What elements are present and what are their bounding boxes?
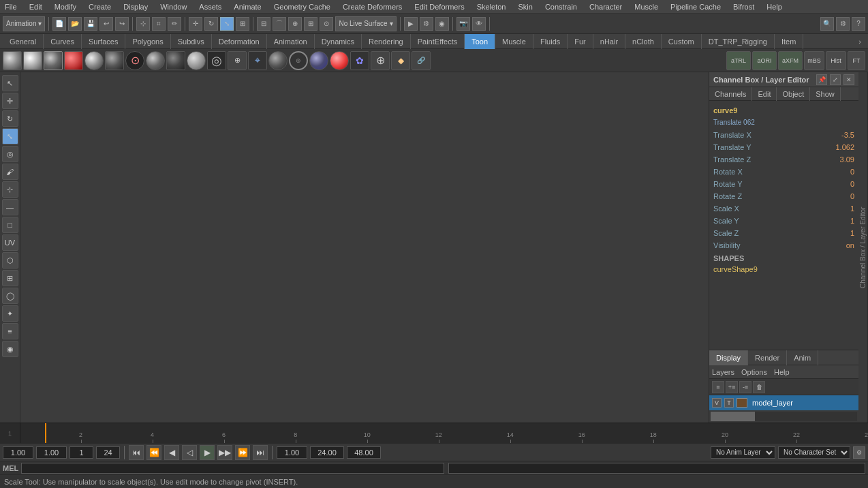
- menu-skin[interactable]: Skin: [516, 3, 534, 11]
- le-remove-icon[interactable]: -≡: [739, 381, 751, 393]
- sculpt-btn[interactable]: ◉: [2, 341, 18, 357]
- cb-close-icon[interactable]: ✕: [843, 74, 854, 85]
- menu-edit-deformers[interactable]: Edit Deformers: [412, 3, 466, 11]
- shelf-sphere3[interactable]: [44, 51, 63, 70]
- menu-create[interactable]: Create: [87, 3, 113, 11]
- transport-range-end[interactable]: [310, 446, 344, 459]
- shelf-icon-11[interactable]: ⊕: [228, 51, 247, 70]
- menu-skeleton[interactable]: Skeleton: [475, 3, 508, 11]
- shelf-hist-icon[interactable]: Hist: [826, 51, 846, 70]
- le-add-selected-icon[interactable]: +≡: [726, 381, 738, 393]
- shelf-icon-diamond[interactable]: ◆: [391, 51, 410, 70]
- menu-edit[interactable]: Edit: [27, 3, 44, 11]
- le-menu-help[interactable]: Help: [774, 368, 790, 376]
- transport-go-end[interactable]: ⏭: [253, 445, 268, 460]
- layer-scrollbar-thumb[interactable]: [711, 412, 755, 421]
- shelf-sphere9[interactable]: [166, 51, 185, 70]
- rotate-tool-btn[interactable]: ↻: [2, 110, 18, 127]
- menu-modify[interactable]: Modify: [52, 3, 78, 11]
- tab-muscle[interactable]: Muscle: [495, 34, 533, 49]
- menu-create-deformers[interactable]: Create Deformers: [341, 3, 404, 11]
- transport-playback-start[interactable]: [36, 446, 67, 459]
- camera-icon[interactable]: 📷: [456, 17, 470, 31]
- shelf-sphere6[interactable]: [105, 51, 124, 70]
- layer-row-model[interactable]: V T model_layer: [709, 395, 858, 410]
- menu-bifrost[interactable]: Bifrost: [731, 3, 756, 11]
- transport-max-end[interactable]: [347, 446, 381, 459]
- show-manip-icon[interactable]: ⊞: [236, 17, 249, 31]
- channel-box-content[interactable]: curve9 Translate 062 Translate X -3.5 Tr…: [709, 101, 858, 350]
- layer-scrollbar[interactable]: [711, 412, 857, 421]
- cb-tab-show[interactable]: Show: [810, 87, 841, 101]
- transport-range-start[interactable]: [277, 446, 307, 459]
- new-scene-icon[interactable]: 📄: [52, 17, 66, 31]
- search-icon[interactable]: 🔍: [820, 17, 834, 31]
- object-btn[interactable]: ◯: [2, 288, 18, 304]
- paint-tool-btn[interactable]: 🖌: [2, 164, 18, 180]
- shelf-sphere-wireframe[interactable]: ⊕: [289, 51, 308, 70]
- transport-frame-end[interactable]: [96, 446, 120, 459]
- no-anim-layer-dropdown[interactable]: No Anim Layer: [711, 446, 775, 459]
- menu-display[interactable]: Display: [121, 3, 150, 11]
- shelf-sphere2[interactable]: [23, 51, 42, 70]
- cb-tab-edit[interactable]: Edit: [752, 87, 777, 101]
- menu-constrain[interactable]: Constrain: [543, 3, 579, 11]
- mel-input[interactable]: [21, 463, 444, 474]
- le-delete-icon[interactable]: 🗑: [753, 381, 765, 393]
- undo-icon[interactable]: ↩: [99, 17, 113, 31]
- vertex-btn[interactable]: ⊹: [2, 181, 18, 198]
- menu-character[interactable]: Character: [587, 3, 624, 11]
- cb-attr-rotate-y[interactable]: Rotate Y 0: [712, 178, 856, 190]
- menu-animate[interactable]: Animate: [232, 3, 263, 11]
- tab-dt-trp[interactable]: DT_TRP_Rigging: [702, 34, 775, 49]
- shelf-sphere1[interactable]: [3, 51, 22, 70]
- cb-tab-channels[interactable]: Channels: [709, 87, 752, 101]
- layer-type-check[interactable]: T: [724, 398, 734, 408]
- le-tab-render[interactable]: Render: [748, 350, 787, 365]
- uv-btn[interactable]: UV: [2, 234, 18, 251]
- tab-deformation[interactable]: Deformation: [212, 34, 267, 49]
- cb-attr-translate-x[interactable]: Translate X -3.5: [712, 129, 856, 141]
- lasso-icon[interactable]: ⌗: [152, 17, 166, 31]
- cb-attr-translate-z[interactable]: Translate Z 3.09: [712, 153, 856, 166]
- move-tool-btn[interactable]: ✛: [2, 93, 18, 109]
- tab-painteffects[interactable]: PaintEffects: [411, 34, 465, 49]
- menu-pipeline-cache[interactable]: Pipeline Cache: [668, 3, 723, 11]
- transport-frame-number[interactable]: [69, 446, 93, 459]
- shelf-ft-icon[interactable]: FT: [848, 51, 865, 70]
- move-icon[interactable]: ✛: [189, 17, 202, 31]
- shelf-sphere4[interactable]: [64, 51, 83, 70]
- shelf-icon-plus[interactable]: ⊕: [371, 51, 390, 70]
- menu-muscle[interactable]: Muscle: [632, 3, 660, 11]
- cb-attr-rotate-z[interactable]: Rotate Z 0: [712, 190, 856, 202]
- transport-settings-icon[interactable]: ⚙: [853, 446, 865, 459]
- no-char-set-dropdown[interactable]: No Character Set: [778, 446, 850, 459]
- ipr-icon[interactable]: ◉: [435, 17, 449, 31]
- shelf-sphere-red[interactable]: [330, 51, 349, 70]
- select-tool-btn[interactable]: ↖: [2, 75, 18, 91]
- transport-play-back[interactable]: ◁: [182, 445, 197, 460]
- tab-surfaces[interactable]: Surfaces: [82, 34, 125, 49]
- shelf-sphere-glass[interactable]: [309, 51, 328, 70]
- le-menu-options[interactable]: Options: [741, 368, 767, 376]
- layer-btn[interactable]: ≡: [2, 323, 18, 339]
- settings-icon[interactable]: ⚙: [836, 17, 850, 31]
- tab-item[interactable]: Item: [775, 34, 803, 49]
- shelf-mbs-icon[interactable]: mBS: [804, 51, 824, 70]
- tab-nhair[interactable]: nHair: [593, 34, 625, 49]
- snap-curve-icon[interactable]: ⌒: [273, 17, 286, 31]
- shelf-sphere7[interactable]: ⊙: [125, 51, 144, 70]
- save-scene-icon[interactable]: 💾: [84, 17, 97, 31]
- le-tab-display[interactable]: Display: [709, 350, 748, 365]
- cb-expand-icon[interactable]: ⤢: [830, 74, 841, 85]
- scale-icon[interactable]: ⤡: [220, 17, 234, 31]
- paint-select-icon[interactable]: ✏: [168, 17, 181, 31]
- tab-rendering[interactable]: Rendering: [362, 34, 411, 49]
- shelf-axfm-icon[interactable]: aXFM: [778, 51, 803, 70]
- render-settings-icon[interactable]: ⚙: [420, 17, 433, 31]
- animation-mode-dropdown[interactable]: Animation ▾: [3, 16, 45, 31]
- tab-ncloth[interactable]: nCloth: [625, 34, 662, 49]
- transport-current-frame[interactable]: [3, 446, 33, 459]
- shelf-icon-link[interactable]: 🔗: [412, 51, 431, 70]
- cb-attr-translate-y[interactable]: Translate Y 1.062: [712, 141, 856, 153]
